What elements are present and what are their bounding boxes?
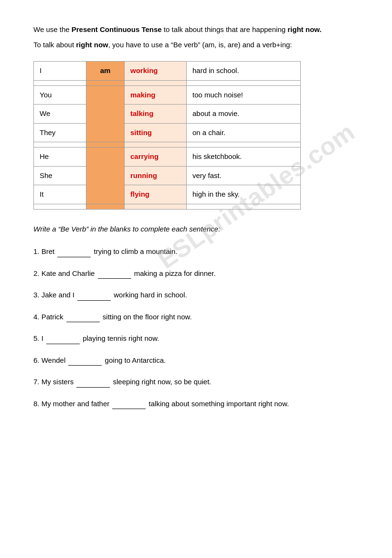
item-text-before: Jake and I xyxy=(42,291,76,299)
intro-bold3: right now xyxy=(76,41,108,49)
item-text-before: Kate and Charlie xyxy=(42,269,97,277)
answer-blank[interactable] xyxy=(46,333,80,344)
intro-line2: To talk about right now, you have to use… xyxy=(33,39,359,51)
verb-cell: talking xyxy=(125,105,187,124)
table-row xyxy=(34,204,301,209)
table-row: Youmakingtoo much noise! xyxy=(34,85,301,105)
item-text-before: My mother and father xyxy=(42,400,112,408)
item-text-after: working hard in school. xyxy=(112,291,187,299)
subject-cell xyxy=(34,142,86,147)
table-row xyxy=(34,142,301,147)
verb-cell: running xyxy=(125,166,187,185)
be-verb-cell: am xyxy=(86,62,125,81)
intro-section: We use the Present Continuous Tense to t… xyxy=(33,24,359,51)
verb-cell xyxy=(125,204,187,209)
subject-cell: We xyxy=(34,105,86,124)
answer-blank[interactable] xyxy=(76,376,110,388)
intro-bold2: right now. xyxy=(287,25,321,33)
subject-cell: She xyxy=(34,166,86,185)
item-text-after: trying to climb a mountain. xyxy=(92,247,177,255)
item-number: 5. xyxy=(33,334,42,342)
be-verb-cell xyxy=(86,85,125,142)
item-text-after: making a pizza for dinner. xyxy=(132,269,216,277)
list-item: 4. Patrick sitting on the floor right no… xyxy=(33,311,359,323)
rest-cell: very fast. xyxy=(187,166,301,185)
subject-cell: I xyxy=(34,62,86,81)
subject-cell: It xyxy=(34,185,86,204)
verb-cell xyxy=(125,80,187,85)
item-text-before: Wendel xyxy=(42,356,68,364)
rest-cell xyxy=(187,80,301,85)
item-number: 1. xyxy=(33,247,42,255)
rest-cell: hard in school. xyxy=(187,62,301,81)
rest-cell xyxy=(187,142,301,147)
verb-cell: sitting xyxy=(125,123,187,142)
item-text-after: sleeping right now, so be quiet. xyxy=(111,378,211,386)
item-text-after: playing tennis right now. xyxy=(81,334,159,342)
rest-cell: too much noise! xyxy=(187,85,301,105)
list-item: 2. Kate and Charlie making a pizza for d… xyxy=(33,268,359,279)
exercise-section: Write a “Be Verb” in the blanks to compl… xyxy=(33,224,359,410)
rest-cell: his sketchbook. xyxy=(187,147,301,167)
subject-cell: You xyxy=(34,85,86,105)
intro-line1-suffix: to talk about things that are happening xyxy=(162,25,288,33)
verb-cell: making xyxy=(125,85,187,105)
intro-bold1: Present Continuous Tense xyxy=(72,25,162,33)
be-verb-cell xyxy=(86,204,125,209)
item-number: 2. xyxy=(33,269,42,277)
be-verb-cell xyxy=(86,147,125,204)
table-row: Iamworkinghard in school. xyxy=(34,62,301,81)
verb-cell xyxy=(125,142,187,147)
verb-cell: flying xyxy=(125,185,187,204)
answer-blank[interactable] xyxy=(112,398,146,410)
verb-cell: carrying xyxy=(125,147,187,167)
verb-cell: working xyxy=(125,62,187,81)
grammar-table: Iamworkinghard in school.Youmakingtoo mu… xyxy=(33,61,301,210)
item-number: 6. xyxy=(33,356,42,364)
item-number: 8. xyxy=(33,400,42,408)
intro-line1: We use the Present Continuous Tense to t… xyxy=(33,24,359,35)
table-row: Hecarryinghis sketchbook. xyxy=(34,147,301,167)
list-item: 5. I playing tennis right now. xyxy=(33,333,359,344)
list-item: 8. My mother and father talking about so… xyxy=(33,398,359,410)
table-row: Itflyinghigh in the sky. xyxy=(34,185,301,204)
answer-blank[interactable] xyxy=(66,311,100,323)
table-row xyxy=(34,80,301,85)
item-text-before: Patrick xyxy=(42,313,65,321)
be-verb-cell xyxy=(86,142,125,147)
subject-cell: They xyxy=(34,123,86,142)
answer-blank[interactable] xyxy=(57,246,91,257)
item-text-after: going to Antarctica. xyxy=(103,356,166,364)
item-number: 3. xyxy=(33,291,42,299)
answer-blank[interactable] xyxy=(68,355,102,366)
list-item: 6. Wendel going to Antarctica. xyxy=(33,355,359,366)
exercise-list: 1. Bret trying to climb a mountain.2. Ka… xyxy=(33,246,359,409)
table-row: Theysittingon a chair. xyxy=(34,123,301,142)
list-item: 7. My sisters sleeping right now, so be … xyxy=(33,376,359,388)
intro-line2-prefix: To talk about xyxy=(33,41,76,49)
intro-line2-suffix: , you have to use a “Be verb” (am, is, a… xyxy=(108,41,292,49)
subject-cell: He xyxy=(34,147,86,167)
rest-cell: about a movie. xyxy=(187,105,301,124)
list-item: 3. Jake and I working hard in school. xyxy=(33,289,359,301)
item-number: 4. xyxy=(33,313,42,321)
answer-blank[interactable] xyxy=(98,268,131,279)
list-item: 1. Bret trying to climb a mountain. xyxy=(33,246,359,257)
answer-blank[interactable] xyxy=(77,289,111,301)
subject-cell xyxy=(34,80,86,85)
intro-line1-prefix: We use the xyxy=(33,25,72,33)
rest-cell: high in the sky. xyxy=(187,185,301,204)
rest-cell: on a chair. xyxy=(187,123,301,142)
item-text-after: talking about something important right … xyxy=(147,400,289,408)
table-row: Wetalkingabout a movie. xyxy=(34,105,301,124)
item-text-before: Bret xyxy=(42,247,57,255)
subject-cell xyxy=(34,204,86,209)
item-text-before: I xyxy=(42,334,45,342)
item-text-before: My sisters xyxy=(42,378,76,386)
exercise-title: Write a “Be Verb” in the blanks to compl… xyxy=(33,224,359,235)
rest-cell xyxy=(187,204,301,209)
be-verb-cell xyxy=(86,80,125,85)
item-text-after: sitting on the floor right now. xyxy=(101,313,192,321)
table-row: Sherunningvery fast. xyxy=(34,166,301,185)
item-number: 7. xyxy=(33,378,42,386)
